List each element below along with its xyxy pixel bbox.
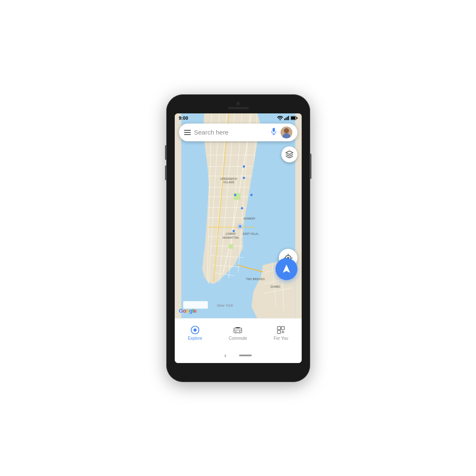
status-time: 9:00: [179, 116, 188, 121]
speaker: [228, 107, 249, 109]
svg-rect-4: [288, 116, 289, 120]
bottom-nav: Explore Commute: [175, 318, 302, 348]
mic-icon[interactable]: [270, 127, 277, 138]
logo-o2: o: [186, 308, 189, 314]
svg-rect-2: [286, 118, 286, 120]
for-you-icon: [276, 325, 286, 335]
camera: [237, 102, 240, 105]
map-svg: GREENWICH VILLAGE LOWER MANHATTAN BOWERY…: [175, 113, 302, 318]
svg-point-54: [242, 165, 245, 167]
wifi-icon: [277, 116, 283, 120]
svg-rect-1: [284, 118, 285, 120]
nav-item-for-you[interactable]: For You: [269, 324, 293, 342]
svg-text:GREENWICH: GREENWICH: [220, 177, 237, 180]
hamburger-button[interactable]: [184, 130, 191, 135]
commute-icon: [233, 325, 242, 335]
phone-screen: 9:00: [175, 113, 302, 363]
svg-rect-58: [272, 128, 275, 132]
svg-text:LOWER: LOWER: [226, 232, 235, 235]
svg-text:EAST VILLA...: EAST VILLA...: [243, 232, 260, 235]
svg-text:VILLAGE: VILLAGE: [223, 180, 234, 183]
status-icons: [277, 116, 297, 120]
avatar-body: [282, 133, 291, 138]
layers-icon: [285, 150, 294, 159]
svg-text:BOWERY: BOWERY: [244, 217, 256, 220]
avatar-head: [284, 128, 289, 133]
home-indicator[interactable]: [239, 355, 252, 356]
svg-point-55: [232, 230, 234, 232]
phone-device: 9:00: [166, 94, 310, 382]
explore-icon: [190, 325, 200, 335]
search-bar[interactable]: Search here: [179, 124, 297, 141]
navigate-fab-icon: [281, 264, 292, 275]
svg-point-51: [234, 194, 236, 196]
for-you-label: For You: [274, 336, 288, 341]
battery-icon: [291, 116, 297, 120]
svg-point-50: [237, 223, 243, 229]
signal-icon: [284, 116, 289, 120]
svg-rect-74: [278, 330, 281, 333]
svg-point-70: [235, 331, 237, 332]
layers-button[interactable]: [281, 146, 297, 162]
svg-point-53: [242, 176, 245, 179]
nav-item-commute[interactable]: Commute: [224, 324, 252, 342]
svg-rect-69: [234, 328, 242, 333]
avatar[interactable]: [281, 127, 292, 138]
google-logo: Google: [179, 308, 197, 314]
logo-e: e: [194, 308, 197, 314]
svg-text:New York: New York: [217, 303, 233, 308]
svg-point-0: [279, 119, 281, 120]
svg-rect-7: [297, 117, 297, 119]
svg-rect-31: [228, 244, 233, 249]
logo-g: G: [179, 308, 183, 314]
svg-point-56: [241, 207, 243, 209]
top-bezel: [228, 102, 249, 109]
back-button[interactable]: ‹: [224, 352, 226, 359]
commute-label: Commute: [229, 336, 247, 341]
svg-rect-72: [278, 327, 281, 330]
android-nav-bar: ‹: [175, 348, 302, 363]
svg-rect-3: [287, 117, 288, 120]
svg-text:TWO BRIDGES: TWO BRIDGES: [246, 278, 265, 281]
svg-point-68: [193, 328, 196, 331]
status-bar: 9:00: [175, 113, 302, 123]
svg-rect-6: [291, 117, 295, 119]
svg-text:DUMBO: DUMBO: [270, 285, 280, 288]
explore-label: Explore: [188, 336, 202, 341]
search-input[interactable]: Search here: [194, 129, 267, 136]
navigate-fab[interactable]: [275, 258, 297, 280]
svg-text:MANHATTAN: MANHATTAN: [223, 236, 239, 239]
svg-point-71: [239, 331, 240, 332]
svg-point-52: [250, 194, 252, 196]
avatar-figure: [281, 127, 292, 138]
svg-rect-73: [281, 327, 284, 330]
map-area: 9:00: [175, 113, 302, 318]
nav-item-explore[interactable]: Explore: [183, 324, 207, 342]
logo-o1: o: [183, 308, 186, 314]
